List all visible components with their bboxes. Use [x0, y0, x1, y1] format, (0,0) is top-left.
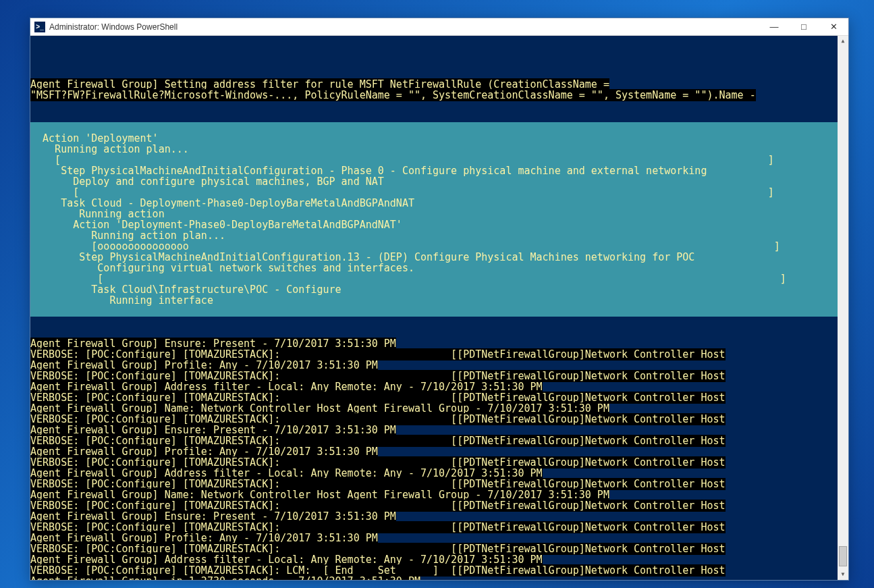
console-output[interactable]: Agent Firewall Group] Setting address fi…	[30, 36, 848, 580]
console-line: Agent Firewall Group] Profile: Any - 7/1…	[30, 533, 848, 543]
maximize-button[interactable]: □	[789, 18, 819, 36]
powershell-window: >_ Administrator: Windows PowerShell — □…	[30, 18, 849, 581]
console-line: VERBOSE: [POC:Configure] [TOMAZURESTACK]…	[30, 414, 848, 425]
console-progress-line: [ ]	[30, 155, 848, 165]
scroll-down-arrow[interactable]: ▼	[838, 569, 848, 580]
console-line: Agent Firewall Group] Address filter - L…	[30, 468, 848, 479]
console-progress-line: Deploy and configure physical machines, …	[30, 176, 848, 187]
console-line: Agent Firewall Group] Profile: Any - 7/1…	[30, 360, 848, 371]
console-line: Agent Firewall Group] Name: Network Cont…	[30, 403, 848, 414]
console-line: Agent Firewall Group] Ensure: Present - …	[30, 511, 848, 522]
console-progress-line: [ ]	[30, 273, 848, 284]
console-line: Agent Firewall Group] Address filter - L…	[30, 554, 848, 565]
console-progress-line: Step PhysicalMachineAndInitialConfigurat…	[30, 165, 848, 176]
console-progress-line: Step PhysicalMachineAndInitialConfigurat…	[30, 252, 848, 263]
console-line: VERBOSE: [POC:Configure] [TOMAZURESTACK]…	[30, 522, 848, 533]
console-line: VERBOSE: [POC:Configure] [TOMAZURESTACK]…	[30, 500, 848, 511]
console-progress-line: Running action plan...	[30, 144, 848, 155]
scroll-up-arrow[interactable]: ▲	[838, 36, 848, 47]
console-line: VERBOSE: [POC:Configure] [TOMAZURESTACK]…	[30, 371, 848, 381]
console-line: VERBOSE: [POC:Configure] [TOMAZURESTACK]…	[30, 392, 848, 403]
console-progress-line: Configuring virtual network switches and…	[30, 263, 848, 273]
console-line: VERBOSE: [POC:Configure] [TOMAZURESTACK]…	[30, 565, 848, 576]
console-line: VERBOSE: [POC:Configure] [TOMAZURESTACK]…	[30, 457, 848, 468]
scroll-track[interactable]	[838, 47, 848, 569]
console-line: Agent Firewall Group] Ensure: Present - …	[30, 338, 848, 349]
console-content: Agent Firewall Group] Setting address fi…	[30, 57, 848, 580]
console-progress-line: [ooooooooooooooo ]	[30, 241, 848, 252]
close-button[interactable]: ✕	[819, 18, 848, 36]
console-line: Agent Firewall Group] Setting address fi…	[30, 79, 848, 90]
console-progress-line: Running action	[30, 209, 848, 219]
console-progress-line: Action 'Deployment'	[30, 133, 848, 144]
console-line: "MSFT?FW?FirewallRule?Microsoft-Windows-…	[30, 90, 848, 101]
console-line: VERBOSE: [POC:Configure] [TOMAZURESTACK]…	[30, 435, 848, 446]
console-progress-block: Action 'Deployment' Running action plan.…	[30, 122, 848, 317]
console-progress-line: Task Cloud - Deployment-Phase0-DeployBar…	[30, 198, 848, 209]
console-line: VERBOSE: [POC:Configure] [TOMAZURESTACK]…	[30, 479, 848, 489]
titlebar[interactable]: >_ Administrator: Windows PowerShell — □…	[30, 18, 848, 36]
console-progress-line: Running interface	[30, 295, 848, 306]
console-bottom-section: Agent Firewall Group] Ensure: Present - …	[30, 338, 848, 580]
window-title: Administrator: Windows PowerShell	[49, 22, 759, 32]
scrollbar[interactable]: ▲ ▼	[838, 36, 848, 580]
console-line: Agent Firewall Group] Profile: Any - 7/1…	[30, 446, 848, 457]
console-line: Agent Firewall Group] Ensure: Present - …	[30, 425, 848, 435]
console-progress-line: Task Cloud\Infrastructure\POC - Configur…	[30, 284, 848, 295]
console-progress-line	[30, 122, 848, 133]
scroll-thumb[interactable]	[839, 546, 847, 566]
console-progress-line: Running action plan...	[30, 230, 848, 241]
console-line: VERBOSE: [POC:Configure] [TOMAZURESTACK]…	[30, 349, 848, 360]
window-controls: — □ ✕	[759, 18, 848, 36]
console-line: VERBOSE: [POC:Configure] [TOMAZURESTACK]…	[30, 543, 848, 554]
minimize-button[interactable]: —	[759, 18, 789, 36]
console-progress-line: [ ]	[30, 187, 848, 198]
console-line: Agent Firewall Group] Name: Network Cont…	[30, 489, 848, 500]
console-top-section: Agent Firewall Group] Setting address fi…	[30, 79, 848, 101]
powershell-icon: >_	[34, 22, 45, 32]
console-line: Agent Firewall Group] Address filter - L…	[30, 381, 848, 392]
console-progress-line	[30, 306, 848, 317]
console-progress-line: Action 'Deployment-Phase0-DeployBareMeta…	[30, 219, 848, 230]
